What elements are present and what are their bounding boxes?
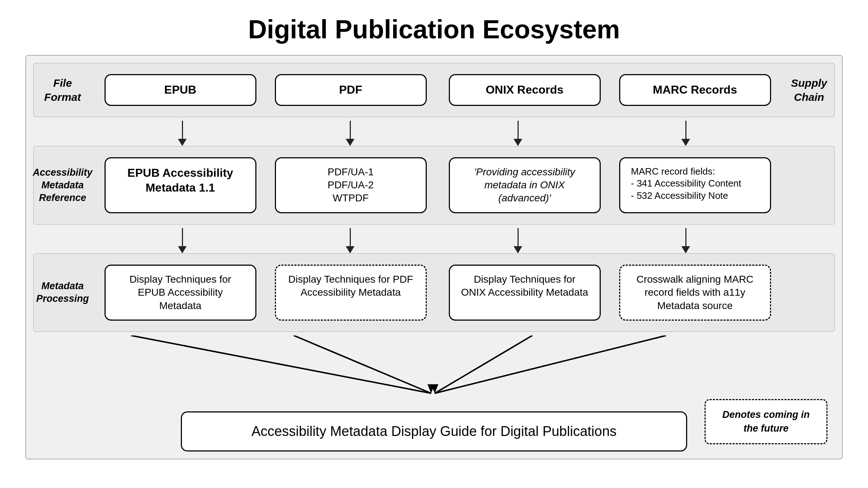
- left-proc-group: Display Techniques for EPUB Accessibilit…: [99, 265, 432, 321]
- diagram-container: File Format EPUB PDF ONIX Records MARC R…: [25, 55, 843, 459]
- accessibility-metadata-content: EPUB Accessibility Metadata 1.1 PDF/UA-1…: [92, 146, 784, 224]
- arrow-pdf: [346, 121, 354, 146]
- file-format-label: File Format: [34, 63, 92, 117]
- arrow-epub: [178, 121, 187, 146]
- svg-line-2: [435, 335, 532, 393]
- bottom-section: Accessibility Metadata Display Guide for…: [33, 335, 835, 451]
- final-box: Accessibility Metadata Display Guide for…: [181, 411, 687, 451]
- epub-accessibility-box: EPUB Accessibility Metadata 1.1: [105, 157, 256, 213]
- arrow-spacer-2: [33, 228, 835, 253]
- pdf-processing-box: Display Techniques for PDF Accessibility…: [275, 265, 427, 321]
- acc-meta-right-spacer: [784, 146, 834, 224]
- marc-processing-box: Crosswalk aligning MARC record fields wi…: [619, 265, 771, 321]
- metadata-processing-content: Display Techniques for EPUB Accessibilit…: [92, 254, 784, 331]
- file-format-row: File Format EPUB PDF ONIX Records MARC R…: [33, 63, 835, 117]
- right-meta-group: 'Providing accessibility metadata in ONI…: [443, 157, 776, 213]
- metadata-processing-row: Metadata Processing Display Techniques f…: [33, 253, 835, 332]
- onix-box: ONIX Records: [449, 74, 601, 106]
- right-proc-group: Display Techniques for ONIX Accessibilit…: [443, 265, 776, 321]
- file-format-content: EPUB PDF ONIX Records MARC Records: [92, 63, 784, 117]
- pdf-box: PDF: [275, 74, 427, 106]
- legend-box: Denotes coming in the future: [705, 399, 827, 445]
- arrow-spacer-1: [33, 121, 835, 146]
- arrow-onix-meta: [514, 228, 522, 253]
- onix-processing-box: Display Techniques for ONIX Accessibilit…: [449, 265, 601, 321]
- proc-right-spacer: [784, 254, 834, 331]
- onix-accessibility-box: 'Providing accessibility metadata in ONI…: [449, 157, 601, 213]
- converging-arrows-svg: [33, 335, 836, 408]
- page-title: Digital Publication Ecosystem: [248, 14, 620, 44]
- supply-chain-label: Supply Chain: [784, 63, 834, 117]
- arrow-pdf-meta: [346, 228, 354, 253]
- svg-line-0: [131, 335, 431, 393]
- epub-processing-box: Display Techniques for EPUB Accessibilit…: [105, 265, 256, 321]
- accessibility-metadata-row: Accessibility Metadata Reference EPUB Ac…: [33, 146, 835, 224]
- arrow-onix: [514, 121, 522, 146]
- arrow-marc-meta: [681, 228, 690, 253]
- left-meta-group: EPUB Accessibility Metadata 1.1 PDF/UA-1…: [99, 157, 432, 213]
- right-file-group: ONIX Records MARC Records: [443, 74, 776, 106]
- epub-box: EPUB: [105, 74, 256, 106]
- marc-accessibility-box: MARC record fields: - 341 Accessibility …: [619, 157, 771, 213]
- left-file-group: EPUB PDF: [99, 74, 432, 106]
- accessibility-metadata-label: Accessibility Metadata Reference: [34, 146, 92, 224]
- pdf-accessibility-box: PDF/UA-1 PDF/UA-2 WTPDF: [275, 157, 427, 213]
- arrow-epub-meta: [178, 228, 187, 253]
- metadata-processing-label: Metadata Processing: [34, 254, 92, 331]
- marc-box: MARC Records: [619, 74, 771, 106]
- svg-line-3: [435, 335, 666, 393]
- arrow-marc: [681, 121, 690, 146]
- svg-line-1: [294, 335, 431, 393]
